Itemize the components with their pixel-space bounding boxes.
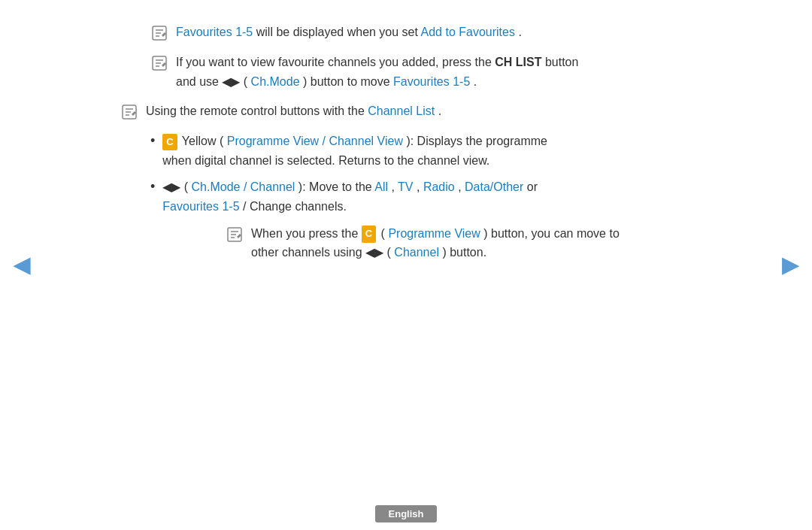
bullet-2g: / Change channels.	[243, 200, 347, 213]
link-favourites-2: Favourites 1-5	[393, 75, 470, 88]
bullet-2a: (	[184, 180, 188, 193]
link-channel: Channel	[394, 246, 439, 259]
note-text-2c: and use ◀▶ (	[176, 75, 247, 88]
main-note-block: Using the remote control buttons with th…	[105, 101, 752, 121]
note-block-1: Favourites 1-5 will be displayed when yo…	[105, 23, 752, 42]
bullet-dot-1: •	[150, 132, 155, 150]
arrow-lr-icon: ◀▶	[162, 180, 180, 193]
note-icon-main	[120, 103, 138, 121]
link-programme-view-1: Programme View / Channel View	[227, 135, 403, 147]
main-note-text-a: Using the remote control buttons with th…	[146, 104, 368, 117]
link-ch-mode-1: Ch.Mode	[251, 75, 300, 88]
bullet-2b: ): Move to the	[298, 180, 374, 193]
bullet-dot-2: •	[150, 177, 155, 196]
bullet-item-1: • C Yellow ( Programme View / Channel Vi…	[150, 132, 752, 170]
sub-note-b: (	[381, 227, 385, 240]
main-note-text: Using the remote control buttons with th…	[146, 101, 441, 121]
sub-note-block: When you press the C ( Programme View ) …	[150, 224, 752, 262]
note-text-1a: will be displayed when you set	[256, 26, 421, 38]
link-favourites-3: Favourites 1-5	[162, 200, 239, 213]
note-block-2: If you want to view favourite channels y…	[105, 53, 752, 91]
note-icon-1	[150, 24, 168, 42]
note-text-1: Favourites 1-5 will be displayed when yo…	[176, 23, 522, 42]
sub-note-text: When you press the C ( Programme View ) …	[251, 224, 620, 262]
page-container: Favourites 1-5 will be displayed when yo…	[0, 0, 812, 530]
sub-note-d: other channels using ◀▶ (	[251, 246, 391, 259]
language-bar: English	[0, 505, 812, 530]
note-text-1b: .	[518, 26, 521, 38]
yellow-c-btn-2: C	[362, 226, 376, 243]
note-text-2: If you want to view favourite channels y…	[176, 53, 578, 91]
bullet-item-2: • ◀▶ ( Ch.Mode / Channel ): Move to the …	[150, 177, 752, 216]
link-channel-list: Channel List	[368, 104, 435, 117]
note-text-2a: If you want to view favourite channels y…	[176, 56, 495, 68]
link-radio: Radio	[423, 180, 455, 193]
bullet-2d: ,	[417, 180, 423, 193]
link-favourites-1: Favourites 1-5	[176, 26, 253, 38]
link-data-other: Data/Other	[465, 180, 523, 193]
bullet-1b: ): Displays the programme	[406, 135, 547, 147]
note-text-2e: .	[474, 75, 477, 88]
note-text-2d: ) button to move	[303, 75, 393, 88]
bullet-2f: or	[527, 180, 538, 193]
link-tv: TV	[398, 180, 413, 193]
bullet-1a: Yellow (	[182, 135, 223, 147]
language-badge: English	[375, 505, 438, 522]
sub-note-e: ) button.	[442, 246, 486, 259]
note-text-2b: button	[545, 56, 578, 68]
main-note-text-b: .	[438, 104, 441, 117]
note-icon-2	[150, 54, 168, 72]
content-area: Favourites 1-5 will be displayed when yo…	[105, 23, 752, 262]
sub-note-a: When you press the	[251, 227, 362, 240]
bullet-2c: ,	[391, 180, 398, 193]
bullet-text-1: C Yellow ( Programme View / Channel View…	[162, 132, 547, 170]
bullet-list: • C Yellow ( Programme View / Channel Vi…	[105, 132, 752, 262]
link-add-favourites: Add to Favourites	[421, 26, 515, 38]
bullet-text-2: ◀▶ ( Ch.Mode / Channel ): Move to the Al…	[162, 177, 538, 216]
link-all: All	[374, 180, 388, 193]
sub-note-c: ) button, you can move to	[483, 227, 620, 240]
ch-list-label: CH LIST	[495, 56, 541, 68]
link-programme-view-2: Programme View	[388, 227, 480, 240]
link-ch-mode-channel: Ch.Mode / Channel	[192, 180, 295, 193]
bullet-1c: when digital channel is selected. Return…	[162, 154, 489, 167]
yellow-c-btn-1: C	[162, 134, 177, 151]
bullet-2e: ,	[458, 180, 465, 193]
note-icon-sub	[226, 226, 244, 244]
